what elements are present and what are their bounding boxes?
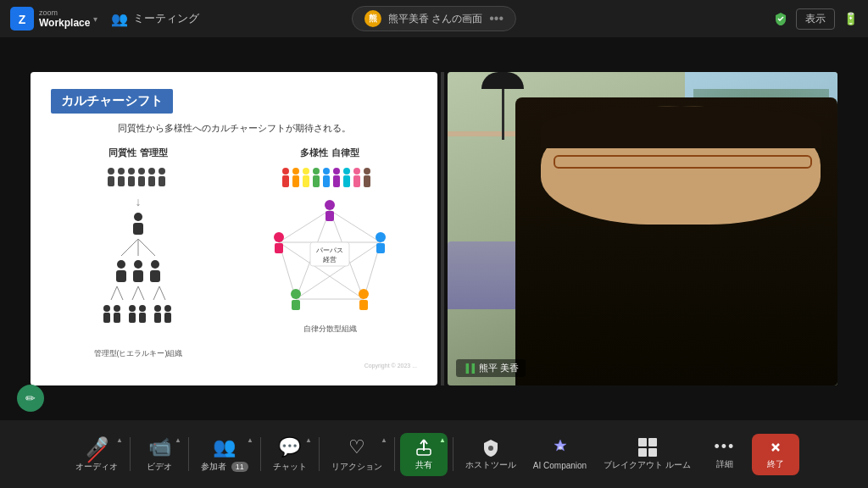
more-label: 詳細	[716, 458, 733, 470]
breakout-icon	[638, 438, 657, 457]
toolbar-item-participants[interactable]: 👥 参加者 11 ▲	[194, 433, 255, 476]
face	[541, 106, 821, 225]
reaction-caret[interactable]: ▲	[381, 436, 387, 444]
hier-row-top	[104, 166, 172, 191]
svg-point-37	[139, 305, 146, 312]
svg-rect-48	[303, 175, 309, 187]
svg-point-53	[333, 168, 340, 175]
toolbar-item-reaction[interactable]: ♡ リアクション ▲	[325, 433, 389, 476]
sep-2	[188, 437, 189, 471]
svg-text:Z: Z	[19, 13, 26, 26]
toolbar-item-audio[interactable]: 🎤 オーディオ ▲	[69, 433, 125, 476]
participants-icon: 👥	[213, 436, 236, 458]
bottom-toolbar: 🎤 オーディオ ▲ 📹 ビデオ ▲ 👥 参加者 11 ▲ 💬 チャット ▲ ♡ …	[0, 420, 868, 488]
app-dropdown-button[interactable]: ▾	[90, 13, 101, 25]
svg-line-29	[153, 286, 159, 300]
svg-rect-76	[359, 300, 368, 310]
ai-companion-icon	[550, 438, 570, 458]
participants-caret[interactable]: ▲	[247, 436, 253, 444]
svg-point-4	[118, 168, 125, 175]
video-label: ビデオ	[147, 461, 172, 473]
svg-rect-78	[292, 300, 300, 310]
svg-point-8	[138, 168, 145, 175]
hierarchy-diagram: ↓	[100, 166, 176, 345]
svg-rect-13	[159, 176, 165, 186]
svg-rect-5	[118, 176, 125, 186]
share-caret[interactable]: ▲	[439, 436, 446, 444]
svg-point-39	[154, 305, 161, 312]
sep-1	[130, 437, 131, 471]
toolbar-item-video[interactable]: 📹 ビデオ ▲	[136, 433, 183, 476]
svg-rect-3	[108, 176, 114, 186]
slide-col-left: 同質性 管理型	[51, 147, 225, 359]
svg-point-71	[325, 200, 335, 210]
sep-3	[260, 437, 261, 471]
svg-point-77	[291, 289, 301, 299]
toolbar-item-chat[interactable]: 💬 チャット ▲	[266, 433, 314, 476]
svg-rect-52	[323, 175, 330, 187]
reaction-label: リアクション	[331, 461, 382, 473]
screen-share-indicator: 熊 熊平美香 さんの画面 •••	[352, 6, 516, 31]
svg-point-91	[559, 446, 562, 450]
person-silhouette	[515, 97, 837, 385]
right-col-label: 自律分散型組織	[303, 324, 357, 335]
svg-point-90	[488, 446, 493, 451]
hair	[541, 106, 821, 148]
view-button[interactable]: 表示	[796, 8, 835, 30]
sep-6	[453, 437, 453, 471]
chat-icon: 💬	[278, 436, 301, 458]
screen-share-more-button[interactable]: •••	[489, 11, 504, 26]
left-heading: 同質性 管理型	[108, 147, 167, 159]
svg-point-75	[359, 289, 369, 299]
slide-columns: 同質性 管理型	[51, 147, 417, 359]
hier-level2	[113, 259, 164, 283]
toolbar-item-ai-companion[interactable]: AI Companion	[526, 435, 593, 474]
svg-rect-11	[148, 176, 155, 186]
user-avatar: 熊	[364, 10, 381, 27]
slide-container: カルチャーシフト 同質性から多様性へのカルチャーシフトが期待される。 同質性 管…	[31, 72, 437, 385]
video-panel: ▐▐ 熊平 美香	[448, 72, 837, 385]
video-user-name: 熊平 美香	[479, 362, 519, 374]
toolbar-item-host-tools[interactable]: ホストツール	[459, 435, 523, 474]
svg-rect-46	[292, 175, 299, 187]
toolbar-item-end[interactable]: 終了	[752, 434, 799, 475]
toolbar-item-share[interactable]: 共有 ▲	[400, 433, 448, 476]
audio-caret[interactable]: ▲	[116, 436, 123, 444]
slide-col-right: 多様性 自律型	[242, 147, 417, 359]
toolbar-item-more[interactable]: ••• 詳細	[701, 435, 748, 474]
svg-line-61	[330, 210, 381, 242]
zoom-logo-icon: Z	[10, 7, 34, 30]
audio-label: オーディオ	[75, 461, 118, 473]
slide-copyright: Copyright © 2023 ...	[51, 363, 417, 369]
host-tools-label: ホストツール	[465, 459, 516, 471]
svg-rect-32	[103, 313, 110, 323]
svg-point-59	[364, 168, 370, 175]
colorful-people	[279, 166, 381, 193]
video-caret[interactable]: ▲	[175, 436, 181, 444]
chat-caret[interactable]: ▲	[305, 436, 312, 444]
video-frame	[448, 72, 837, 385]
svg-rect-20	[116, 270, 126, 282]
hier-bottom	[100, 303, 176, 327]
logo-main: Workplace	[39, 17, 90, 29]
svg-rect-42	[164, 313, 171, 323]
svg-rect-36	[129, 313, 136, 323]
svg-rect-15	[133, 223, 143, 235]
svg-rect-34	[114, 313, 120, 323]
svg-point-33	[114, 305, 120, 312]
svg-point-47	[303, 168, 309, 175]
breakout-label: ブレイクアウト ルーム	[604, 459, 691, 471]
svg-line-65	[279, 210, 330, 242]
toolbar-item-breakout[interactable]: ブレイクアウト ルーム	[597, 435, 698, 474]
svg-line-27	[132, 286, 138, 300]
screen-share-label: 熊平美香 さんの画面	[388, 12, 482, 26]
svg-rect-54	[333, 175, 340, 187]
slide-subtitle: 同質性から多様性へのカルチャーシフトが期待される。	[51, 122, 417, 135]
hier-lines2	[104, 286, 172, 300]
annotation-button[interactable]: ✏	[17, 385, 44, 412]
shield-check-icon	[774, 12, 787, 25]
mic-muted-icon: 🎤	[86, 436, 108, 458]
share-label: 共有	[415, 459, 432, 471]
panel-divider	[441, 72, 444, 385]
video-icon: 📹	[148, 436, 171, 458]
